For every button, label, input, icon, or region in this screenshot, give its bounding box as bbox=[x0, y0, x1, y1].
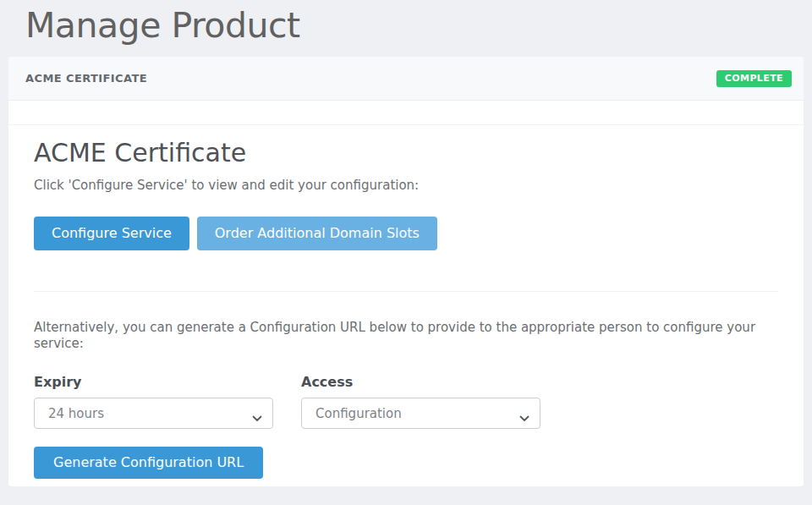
configure-service-button[interactable]: Configure Service bbox=[34, 217, 189, 250]
panel-header: ACME CERTIFICATE COMPLETE bbox=[8, 57, 804, 101]
generate-configuration-url-button[interactable]: Generate Configuration URL bbox=[34, 447, 263, 479]
product-panel: ACME CERTIFICATE COMPLETE ACME Certifica… bbox=[8, 57, 804, 486]
access-select[interactable]: Configuration bbox=[301, 398, 540, 429]
access-field-group: Access Configuration bbox=[301, 374, 540, 429]
action-button-row: Configure Service Order Additional Domai… bbox=[34, 217, 778, 250]
order-additional-domain-slots-button[interactable]: Order Additional Domain Slots bbox=[197, 217, 437, 250]
page-title: Manage Product bbox=[0, 0, 812, 57]
expiry-select-wrap: 24 hours bbox=[34, 398, 273, 429]
expiry-label: Expiry bbox=[34, 374, 273, 390]
status-badge: COMPLETE bbox=[716, 70, 792, 87]
config-url-form-row: Expiry 24 hours Access Configuration bbox=[34, 374, 778, 429]
section-divider bbox=[34, 291, 778, 292]
product-heading: ACME Certificate bbox=[34, 138, 778, 167]
intro-text: Click 'Configure Service' to view and ed… bbox=[34, 178, 778, 194]
access-select-wrap: Configuration bbox=[301, 398, 540, 429]
access-label: Access bbox=[301, 374, 540, 390]
expiry-field-group: Expiry 24 hours bbox=[34, 374, 273, 429]
tab-strip bbox=[8, 101, 804, 125]
panel-header-title: ACME CERTIFICATE bbox=[25, 72, 147, 85]
alternative-text: Alternatively, you can generate a Config… bbox=[34, 320, 778, 352]
panel-body: ACME Certificate Click 'Configure Servic… bbox=[8, 125, 804, 479]
expiry-select[interactable]: 24 hours bbox=[34, 398, 273, 429]
